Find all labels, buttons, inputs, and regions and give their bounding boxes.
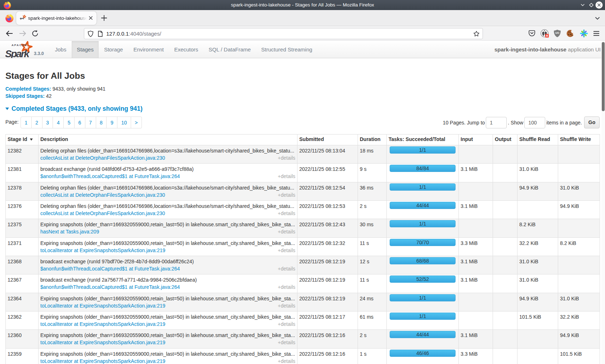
svg-text:Spark: Spark	[5, 48, 30, 58]
svg-text:UO: UO	[555, 31, 559, 35]
svg-text:APACHE: APACHE	[12, 44, 27, 47]
